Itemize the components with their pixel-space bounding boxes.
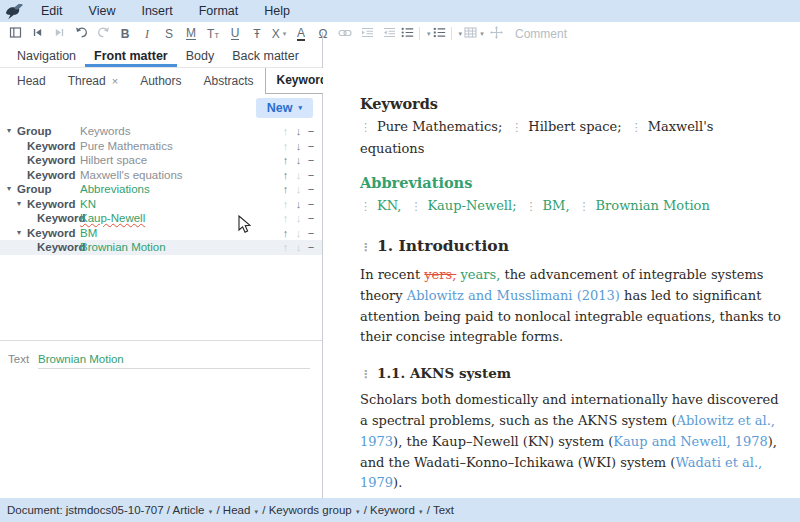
- tab-authors[interactable]: Authors: [129, 69, 192, 94]
- remove-button[interactable]: −: [305, 168, 317, 183]
- drag-handle-icon[interactable]: ⋮: [360, 368, 370, 381]
- tree-row[interactable]: KeywordMaxwell's equations↑↓−: [0, 168, 322, 183]
- undo-button[interactable]: [71, 24, 91, 44]
- remove-button[interactable]: −: [305, 240, 317, 255]
- remove-button[interactable]: −: [305, 197, 317, 212]
- menu-edit[interactable]: Edit: [28, 4, 76, 18]
- move-up-button[interactable]: ↑: [279, 182, 292, 197]
- keywords-line[interactable]: ⋮KN,⋮Kaup-Newell;⋮BM,⋮Brownian Motion: [360, 195, 784, 217]
- section-heading[interactable]: Abbreviations: [360, 174, 784, 191]
- tree-row[interactable]: KeywordBrownian Motion↑↓−: [0, 240, 322, 255]
- move-down-button[interactable]: ↓: [292, 240, 305, 255]
- drag-handle-icon[interactable]: ⋮: [526, 200, 536, 213]
- jump-previous-button[interactable]: [27, 24, 47, 44]
- move-down-button[interactable]: ↓: [292, 168, 305, 183]
- remove-button[interactable]: −: [305, 226, 317, 241]
- keyword-item[interactable]: Hilbert space;: [528, 119, 621, 134]
- move-down-button[interactable]: ↓: [292, 182, 305, 197]
- drag-handle-icon[interactable]: ⋮: [631, 121, 641, 134]
- chevron-down-icon[interactable]: ▾: [480, 30, 484, 38]
- document-content[interactable]: Keywords⋮Pure Mathematics;⋮Hilbert space…: [323, 45, 800, 498]
- tab-thread[interactable]: Thread×: [57, 69, 129, 94]
- tab-back-matter[interactable]: Back matter: [223, 45, 308, 67]
- insert-symbol-button[interactable]: Ω: [313, 24, 333, 44]
- menu-view[interactable]: View: [76, 4, 129, 18]
- bold-button[interactable]: B: [115, 24, 135, 44]
- collapse-caret-icon[interactable]: ▾: [7, 182, 11, 197]
- menu-insert[interactable]: Insert: [128, 4, 185, 18]
- small-caps-button[interactable]: S: [159, 24, 179, 44]
- collapse-caret-icon[interactable]: ▾: [17, 226, 21, 241]
- move-down-button[interactable]: ↓: [292, 211, 305, 226]
- move-up-button[interactable]: ↑: [279, 168, 292, 183]
- title-case-button[interactable]: TT: [203, 24, 223, 44]
- menu-help[interactable]: Help: [251, 4, 303, 18]
- insert-link-button[interactable]: [335, 24, 355, 44]
- drag-handle-icon[interactable]: ⋮: [360, 200, 370, 213]
- strikethrough-button[interactable]: Ŧ: [247, 24, 267, 44]
- tree-row[interactable]: ▾KeywordBM↑↓−: [0, 226, 322, 241]
- keywords-line[interactable]: ⋮Pure Mathematics;⋮Hilbert space;⋮Maxwel…: [360, 116, 784, 159]
- breadcrumb-item[interactable]: Keyword ▾: [370, 504, 423, 516]
- insert-table-button[interactable]: ▾: [464, 24, 484, 44]
- redo-button[interactable]: [93, 24, 113, 44]
- tab-front-matter[interactable]: Front matter: [85, 45, 177, 67]
- collapse-caret-icon[interactable]: ▾: [7, 124, 11, 139]
- drag-handle-icon[interactable]: ⋮: [410, 200, 420, 213]
- jump-next-button[interactable]: [49, 24, 69, 44]
- move-up-button[interactable]: ↑: [279, 197, 292, 212]
- outdent-button[interactable]: [379, 24, 399, 44]
- indent-button[interactable]: [357, 24, 377, 44]
- chevron-down-icon[interactable]: ▾: [459, 30, 463, 38]
- section-heading[interactable]: ⋮1. Introduction: [360, 236, 784, 255]
- tree-row[interactable]: ▾KeywordKN↑↓−: [0, 197, 322, 212]
- menu-format[interactable]: Format: [186, 4, 252, 18]
- paragraph[interactable]: Scholars both domestically and internati…: [360, 390, 784, 494]
- section-heading[interactable]: Keywords: [360, 95, 784, 112]
- move-down-button[interactable]: ↓: [292, 153, 305, 168]
- move-up-button[interactable]: ↑: [279, 211, 292, 226]
- numbered-list-button[interactable]: ▾: [433, 24, 463, 44]
- move-down-button[interactable]: ↓: [292, 124, 305, 139]
- citation-link[interactable]: Kaup and Newell, 1978: [613, 434, 767, 449]
- tree-row[interactable]: ▾GroupAbbreviations↑↓−: [0, 182, 322, 197]
- new-button[interactable]: New▾: [256, 98, 313, 118]
- tree-row[interactable]: ▾GroupKeywords↑↓−: [0, 124, 322, 139]
- breadcrumb-item[interactable]: Article ▾: [173, 504, 214, 516]
- move-up-button[interactable]: ↑: [279, 139, 292, 154]
- bullet-list-button[interactable]: ▾: [401, 24, 431, 44]
- tab-navigation[interactable]: Navigation: [8, 45, 85, 67]
- keyword-item[interactable]: Pure Mathematics;: [377, 119, 502, 134]
- clear-format-button[interactable]: X▾: [269, 24, 289, 44]
- tree-row[interactable]: KeywordPure Mathematics↑↓−: [0, 139, 322, 154]
- remove-button[interactable]: −: [305, 124, 317, 139]
- citation-link[interactable]: Ablowitz and Musslimani (2013): [407, 288, 620, 303]
- underline-button[interactable]: U: [225, 24, 245, 44]
- move-up-button[interactable]: ↑: [279, 226, 292, 241]
- move-down-button[interactable]: ↓: [292, 226, 305, 241]
- move-up-button[interactable]: ↑: [279, 124, 292, 139]
- close-icon[interactable]: ×: [112, 75, 118, 87]
- tree-row[interactable]: KeywordHilbert space↑↓−: [0, 153, 322, 168]
- paragraph[interactable]: In recent yers, years, the advancement o…: [360, 265, 784, 348]
- keyword-item[interactable]: KN,: [377, 198, 401, 213]
- drag-handle-icon[interactable]: ⋮: [360, 241, 370, 254]
- section-heading[interactable]: ⋮1.1. AKNS system: [360, 365, 784, 381]
- remove-button[interactable]: −: [305, 139, 317, 154]
- tab-head[interactable]: Head: [6, 69, 57, 94]
- move-button[interactable]: [486, 24, 506, 44]
- comment-button[interactable]: Comment: [515, 27, 567, 41]
- move-down-button[interactable]: ↓: [292, 139, 305, 154]
- chevron-down-icon[interactable]: ▾: [427, 30, 431, 38]
- monospace-button[interactable]: M: [181, 24, 201, 44]
- drag-handle-icon[interactable]: ⋮: [511, 121, 521, 134]
- move-up-button[interactable]: ↑: [279, 240, 292, 255]
- keyword-item[interactable]: Brownian Motion: [596, 198, 710, 213]
- keyword-item[interactable]: BM,: [543, 198, 570, 213]
- tab-body[interactable]: Body: [177, 45, 224, 67]
- toggle-panel-button[interactable]: [5, 24, 25, 44]
- drag-handle-icon[interactable]: ⋮: [360, 121, 370, 134]
- italic-button[interactable]: I: [137, 24, 157, 44]
- breadcrumb-item[interactable]: Head ▾: [223, 504, 259, 516]
- breadcrumb-item[interactable]: Keywords group ▾: [269, 504, 361, 516]
